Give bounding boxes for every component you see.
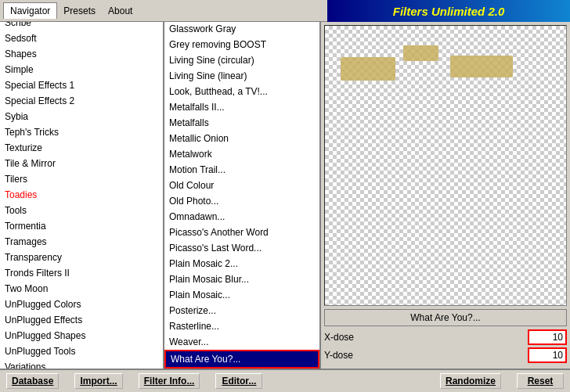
left-list-item[interactable]: UnPlugged Effects <box>0 312 163 328</box>
left-list[interactable]: ScribeSedsoftShapesSimpleSpecial Effects… <box>0 22 163 369</box>
app-title: Filters Unlimited 2.0 <box>327 0 570 22</box>
middle-list-item[interactable]: Picasso's Another Word <box>164 225 319 240</box>
middle-list-item[interactable]: Living Sine (circular) <box>164 52 319 68</box>
main-container: ScribeSedsoftShapesSimpleSpecial Effects… <box>0 22 570 369</box>
x-dose-input[interactable] <box>528 329 567 345</box>
left-list-item[interactable]: Sedsoft <box>0 31 163 46</box>
left-list-item[interactable]: UnPlugged Tools <box>0 343 163 359</box>
left-list-item[interactable]: Tronds Filters II <box>0 265 163 281</box>
left-list-item[interactable]: Special Effects 2 <box>0 93 163 109</box>
left-list-item[interactable]: Tile & Mirror <box>0 156 163 171</box>
middle-list-item[interactable]: Living Sine (linear) <box>164 68 319 84</box>
x-dose-label: X-dose <box>324 332 528 343</box>
middle-list[interactable]: Darwin...Direct Opacity"...Glasswork Col… <box>164 22 319 369</box>
x-dose-row: X-dose <box>324 329 567 345</box>
filter-info-button[interactable]: Filter Info... <box>139 373 200 389</box>
left-list-item[interactable]: Tramages <box>0 234 163 250</box>
middle-list-item[interactable]: Omnadawn... <box>164 209 319 225</box>
left-list-item[interactable]: Texturize <box>0 140 163 156</box>
middle-list-item[interactable]: Look, Butthead, a TV!... <box>164 84 319 99</box>
left-list-item[interactable]: Toadies <box>0 187 163 203</box>
left-list-item[interactable]: Two Moon <box>0 281 163 297</box>
middle-list-item[interactable]: Picasso's Last Word... <box>164 240 319 256</box>
middle-list-item[interactable]: Posterize... <box>164 303 319 318</box>
reset-button[interactable]: Reset <box>517 373 564 389</box>
preview-shape <box>450 56 513 77</box>
left-list-item[interactable]: UnPlugged Shapes <box>0 328 163 343</box>
left-list-item[interactable]: Sybia <box>0 109 163 124</box>
middle-list-item[interactable]: Plain Mosaic 2... <box>164 256 319 272</box>
middle-list-item[interactable]: Motion Trail... <box>164 162 319 178</box>
left-list-item[interactable]: Tools <box>0 203 163 218</box>
left-list-item[interactable]: Variations <box>0 359 163 369</box>
tab-navigator[interactable]: Navigator <box>3 2 57 19</box>
bottom-bar: Database Import... Filter Info... Editor… <box>0 369 570 392</box>
database-button[interactable]: Database <box>6 373 59 389</box>
left-list-item[interactable]: Teph's Tricks <box>0 124 163 140</box>
middle-list-item[interactable]: Rasterline... <box>164 318 319 334</box>
y-dose-label: Y-dose <box>324 350 528 361</box>
left-list-item[interactable]: Transparency <box>0 250 163 265</box>
middle-list-item[interactable]: Weaver... <box>164 334 319 350</box>
middle-list-item[interactable]: Metalfalls II... <box>164 99 319 115</box>
preview-shape <box>341 57 395 81</box>
middle-panel: Darwin...Direct Opacity"...Glasswork Col… <box>164 22 321 369</box>
tab-about[interactable]: About <box>102 3 139 19</box>
middle-list-item[interactable]: Metallic Onion <box>164 131 319 146</box>
middle-list-item[interactable]: Metalfalls <box>164 115 319 131</box>
middle-list-item[interactable]: Plain Mosaic Blur... <box>164 272 319 287</box>
middle-list-item[interactable]: Metalwork <box>164 146 319 162</box>
left-panel: ScribeSedsoftShapesSimpleSpecial Effects… <box>0 22 164 369</box>
left-list-item[interactable]: Shapes <box>0 46 163 62</box>
y-dose-row: Y-dose <box>324 347 567 363</box>
right-panel: What Are You?... X-dose Y-dose <box>321 22 570 369</box>
left-list-item[interactable]: Simple <box>0 62 163 77</box>
import-button[interactable]: Import... <box>74 373 122 389</box>
tab-presets[interactable]: Presets <box>57 3 102 19</box>
preview-area <box>324 25 567 306</box>
left-list-item[interactable]: Tilers <box>0 171 163 187</box>
randomize-button[interactable]: Randomize <box>440 373 501 389</box>
left-list-item[interactable]: Tormentia <box>0 218 163 234</box>
menu-bar: Navigator Presets About Filters Unlimite… <box>0 0 570 22</box>
middle-list-item[interactable]: What Are You?... <box>164 350 319 369</box>
what-are-you-button[interactable]: What Are You?... <box>324 309 567 326</box>
left-list-item[interactable]: Special Effects 1 <box>0 77 163 93</box>
middle-list-item[interactable]: Glasswork Gray <box>164 22 319 37</box>
editor-button[interactable]: Editor... <box>215 373 262 389</box>
left-list-item[interactable]: UnPlugged Colors <box>0 297 163 312</box>
middle-list-item[interactable]: Plain Mosaic... <box>164 287 319 303</box>
left-list-item[interactable]: Scribe <box>0 22 163 31</box>
params-area: What Are You?... X-dose Y-dose <box>324 309 567 365</box>
middle-list-item[interactable]: Grey removing BOOST <box>164 37 319 52</box>
y-dose-input[interactable] <box>528 347 567 363</box>
preview-shape <box>403 45 438 61</box>
middle-list-item[interactable]: Old Photo... <box>164 193 319 209</box>
middle-list-item[interactable]: Old Colour <box>164 178 319 193</box>
